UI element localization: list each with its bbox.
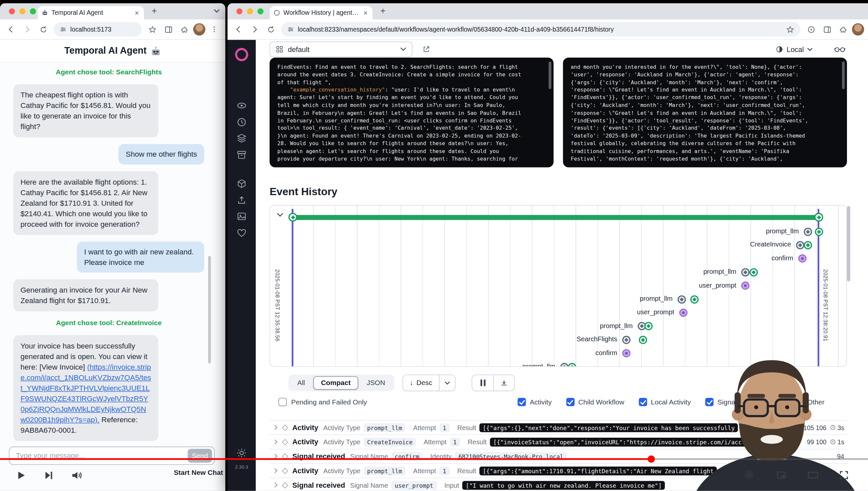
download-history-button[interactable]	[493, 375, 514, 391]
timeline-event-dot[interactable]	[741, 268, 749, 276]
back-button[interactable]	[4, 22, 19, 36]
miniplayer-button[interactable]	[776, 470, 787, 481]
fullscreen-button[interactable]	[839, 470, 849, 481]
side-panel-icon[interactable]	[161, 22, 176, 36]
new-tab-button[interactable]: +	[152, 7, 157, 16]
checkbox-unchecked[interactable]	[278, 398, 287, 406]
send-button[interactable]: Send	[188, 449, 212, 463]
timeline-event-dot[interactable]	[804, 241, 812, 249]
browser-menu-icon[interactable]	[207, 22, 222, 36]
schedules-icon[interactable]	[237, 117, 247, 127]
archival-icon[interactable]	[237, 150, 247, 160]
panel-scrollbar-thumb[interactable]	[549, 61, 551, 89]
event-type-filter[interactable]: Activity	[518, 398, 552, 406]
timeline-event-dot[interactable]	[796, 241, 804, 249]
timeline-event-dot[interactable]	[741, 281, 749, 290]
import-events-icon[interactable]	[237, 195, 247, 206]
view-mode-tab[interactable]: All	[290, 376, 312, 389]
theater-mode-button[interactable]	[807, 470, 819, 480]
view-mode-tab[interactable]: Compact	[313, 376, 359, 389]
timeline-event-dot[interactable]	[749, 268, 757, 276]
bookmark-star-icon[interactable]	[786, 25, 794, 34]
event-type-filter[interactable]: Child Workflow	[566, 398, 624, 406]
video-scrubber-handle[interactable]	[647, 456, 655, 463]
reload-button[interactable]	[36, 22, 50, 36]
expand-chevron-icon[interactable]	[274, 439, 278, 445]
panel-scrollbar-thumb[interactable]	[842, 61, 845, 89]
volume-button[interactable]	[71, 470, 83, 481]
sort-order-caret[interactable]	[439, 375, 455, 391]
timeline-event-dot[interactable]	[639, 336, 647, 344]
timeline-event-dot[interactable]	[798, 254, 806, 263]
timeline-event-dot[interactable]	[690, 295, 699, 304]
labs-glasses-icon[interactable]	[832, 42, 848, 57]
play-button[interactable]	[16, 470, 27, 481]
workflows-icon[interactable]	[237, 100, 247, 111]
expand-chevron-icon[interactable]	[274, 425, 278, 431]
timeline-event-dot[interactable]	[804, 227, 812, 236]
forward-button[interactable]	[248, 22, 262, 36]
codec-icon[interactable]	[237, 178, 247, 189]
address-bar[interactable]: localhost:5173	[54, 22, 142, 36]
event-history-title: Event History	[270, 185, 337, 198]
namespace-select[interactable]: default	[270, 41, 412, 57]
address-bar[interactable]: localhost:8233/namespaces/default/workfl…	[281, 22, 800, 36]
chat-message-list[interactable]: Agent chose tool: SearchFlights The chea…	[0, 63, 225, 451]
pause-updates-button[interactable]	[472, 375, 493, 391]
close-tab-icon[interactable]: ×	[362, 9, 369, 17]
profile-avatar[interactable]	[193, 23, 206, 35]
close-tab-icon[interactable]: ×	[133, 9, 140, 17]
timeline-event-dot[interactable]	[679, 309, 687, 317]
timeline-event-dot[interactable]	[622, 336, 630, 344]
extensions-icon[interactable]	[836, 22, 850, 36]
side-panel-icon[interactable]	[820, 22, 834, 36]
settings-gear-icon[interactable]	[744, 469, 754, 480]
checkbox[interactable]	[639, 398, 647, 406]
invoice-link[interactable]: (https://invoice.stripe.com/i/acct_1NBOL…	[20, 363, 151, 424]
tab-list-chevron-icon[interactable]	[214, 9, 220, 13]
zoom-window-button[interactable]	[257, 8, 264, 15]
open-namespace-external-button[interactable]	[420, 43, 433, 56]
timeline-event-dot[interactable]	[568, 363, 576, 367]
back-button[interactable]	[231, 22, 246, 36]
theme-toggle-sun-icon[interactable]	[237, 447, 247, 458]
feedback-heart-icon[interactable]	[237, 228, 247, 238]
close-window-button[interactable]	[237, 8, 243, 15]
close-window-button[interactable]	[9, 8, 15, 15]
timeline-event-dot[interactable]	[644, 322, 652, 330]
minimize-window-button[interactable]	[247, 8, 253, 15]
workflow-input-payload[interactable]: FindEvents: Find an event to travel to 2…	[270, 58, 554, 167]
tab-workflow-history[interactable]: Workflow History | agent-wor ×	[270, 6, 373, 20]
next-button[interactable]	[43, 470, 54, 481]
temporal-logo-icon[interactable]	[234, 47, 250, 62]
timeline-event-dot[interactable]	[560, 363, 568, 367]
timeline-event-dot[interactable]	[815, 227, 823, 236]
bookmark-star-icon[interactable]	[145, 22, 159, 36]
batch-operations-icon[interactable]	[237, 133, 247, 143]
pending-failed-filter[interactable]: Pending and Failed Only	[278, 398, 367, 406]
sort-order-button[interactable]: ↓Desc	[403, 375, 439, 391]
labs-icon[interactable]	[237, 211, 247, 222]
chat-scrollbar-thumb[interactable]	[208, 256, 211, 364]
extensions-icon[interactable]	[177, 22, 192, 36]
forward-button[interactable]	[20, 22, 34, 36]
reload-button[interactable]	[264, 22, 278, 36]
video-progress-bar[interactable]	[0, 458, 868, 460]
new-tab-button[interactable]: +	[380, 7, 386, 16]
tab-temporal-ai-agent[interactable]: Temporal AI Agent ×	[37, 6, 144, 20]
site-info-icon[interactable]	[60, 26, 66, 33]
zoom-window-button[interactable]	[30, 8, 36, 15]
checkbox[interactable]	[566, 398, 575, 406]
workflow-result-payload[interactable]: and month you're interested in for the e…	[563, 58, 847, 167]
chat-message: Show me other flights	[119, 144, 205, 165]
checkbox[interactable]	[518, 398, 526, 406]
timeline-event-dot[interactable]	[677, 295, 685, 304]
password-manager-icon[interactable]	[804, 22, 818, 36]
view-mode-tab[interactable]: JSON	[360, 376, 392, 389]
minimize-window-button[interactable]	[20, 8, 26, 15]
profile-avatar[interactable]	[852, 23, 864, 35]
timeline-event-dot[interactable]	[622, 349, 630, 357]
page-scrollbar-thumb[interactable]	[847, 206, 850, 281]
data-encoder-select[interactable]: Local	[776, 43, 813, 56]
site-info-icon[interactable]	[287, 26, 294, 33]
